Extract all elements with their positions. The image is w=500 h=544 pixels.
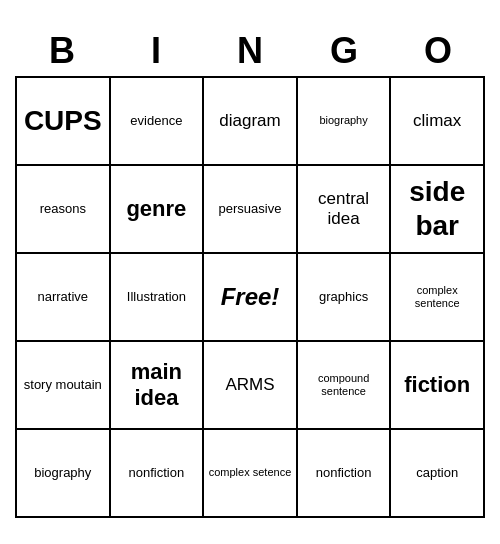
cell-text: narrative <box>38 289 89 305</box>
header-letter: I <box>109 26 203 76</box>
header-letter: O <box>391 26 485 76</box>
bingo-cell: main idea <box>111 342 205 430</box>
cell-text: ARMS <box>225 375 274 395</box>
cell-text: biography <box>319 114 367 127</box>
bingo-cell: caption <box>391 430 485 518</box>
cell-text: central idea <box>302 189 386 230</box>
cell-text: diagram <box>219 111 280 131</box>
cell-text: story moutain <box>24 377 102 393</box>
cell-text: climax <box>413 111 461 131</box>
header-letter: N <box>203 26 297 76</box>
cell-text: graphics <box>319 289 368 305</box>
bingo-cell: complex sentence <box>391 254 485 342</box>
bingo-cell: diagram <box>204 78 298 166</box>
bingo-grid: CUPSevidencediagrambiographyclimaxreason… <box>15 76 485 518</box>
cell-text: nonfiction <box>316 465 372 481</box>
header-letter: B <box>15 26 109 76</box>
cell-text: complex sentence <box>395 284 479 310</box>
bingo-cell: narrative <box>17 254 111 342</box>
cell-text: caption <box>416 465 458 481</box>
cell-text: compound sentence <box>302 372 386 398</box>
bingo-cell: story moutain <box>17 342 111 430</box>
bingo-cell: graphics <box>298 254 392 342</box>
cell-text: Illustration <box>127 289 186 305</box>
cell-text: evidence <box>130 113 182 129</box>
cell-text: nonfiction <box>129 465 185 481</box>
bingo-cell: biography <box>298 78 392 166</box>
cell-text: side bar <box>395 175 479 242</box>
cell-text: genre <box>126 196 186 222</box>
bingo-header: BINGO <box>15 26 485 76</box>
bingo-cell: side bar <box>391 166 485 254</box>
bingo-cell: climax <box>391 78 485 166</box>
bingo-cell: CUPS <box>17 78 111 166</box>
bingo-cell: Illustration <box>111 254 205 342</box>
cell-text: biography <box>34 465 91 481</box>
bingo-cell: central idea <box>298 166 392 254</box>
cell-text: main idea <box>115 359 199 412</box>
bingo-cell: ARMS <box>204 342 298 430</box>
cell-text: persuasive <box>219 201 282 217</box>
bingo-cell: biography <box>17 430 111 518</box>
cell-text: complex setence <box>209 466 292 479</box>
cell-text: fiction <box>404 372 470 398</box>
bingo-cell: persuasive <box>204 166 298 254</box>
bingo-cell: fiction <box>391 342 485 430</box>
cell-text: Free! <box>221 283 280 312</box>
bingo-cell: reasons <box>17 166 111 254</box>
bingo-cell: genre <box>111 166 205 254</box>
bingo-cell: nonfiction <box>298 430 392 518</box>
bingo-card: BINGO CUPSevidencediagrambiographyclimax… <box>15 26 485 518</box>
bingo-cell: Free! <box>204 254 298 342</box>
bingo-cell: nonfiction <box>111 430 205 518</box>
bingo-cell: complex setence <box>204 430 298 518</box>
header-letter: G <box>297 26 391 76</box>
bingo-cell: evidence <box>111 78 205 166</box>
bingo-cell: compound sentence <box>298 342 392 430</box>
cell-text: reasons <box>40 201 86 217</box>
cell-text: CUPS <box>24 104 102 138</box>
